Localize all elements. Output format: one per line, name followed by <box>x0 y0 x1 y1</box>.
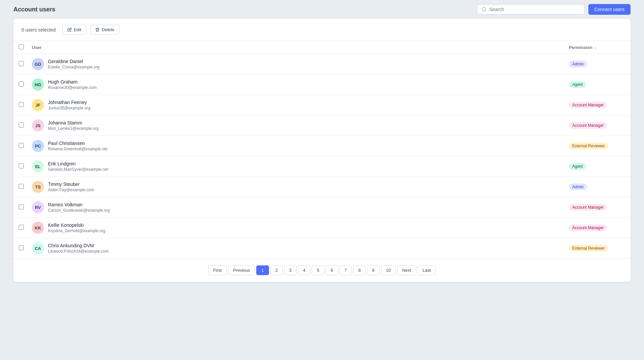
user-email: Junius35@example.org <box>48 106 558 110</box>
last-page-button[interactable]: Last <box>418 265 436 275</box>
user-name: Johanna Stamm <box>48 120 558 125</box>
table-row: TS Timmy Steuber Aiden.Fay@example.com A… <box>13 177 631 197</box>
page-title: Account users <box>13 6 55 13</box>
sort-icon: ↓ <box>594 45 596 50</box>
search-input[interactable] <box>489 7 580 12</box>
table-row: JS Johanna Stamm Murl_Lemke1@example.org… <box>13 115 631 136</box>
top-bar: Account users Connect users <box>0 0 644 19</box>
table-row: PC Paul Christiansen Rowena.Greenholt@ex… <box>13 136 631 156</box>
page-number-button[interactable]: 5 <box>312 265 324 275</box>
avatar: CA <box>32 242 44 254</box>
page-number-button[interactable]: 6 <box>326 265 338 275</box>
user-name: Johnathan Feeney <box>48 100 558 105</box>
avatar: EL <box>32 160 44 172</box>
permission-badge: Account Manager <box>569 204 607 211</box>
user-email: Aiden.Fay@example.com <box>48 188 558 192</box>
edit-button[interactable]: Edit <box>62 25 86 35</box>
user-name: Erik Lindgren <box>48 161 558 166</box>
first-page-button[interactable]: First <box>208 265 227 275</box>
search-icon <box>481 7 487 12</box>
selected-count: 0 users selected <box>21 27 56 33</box>
row-checkbox[interactable] <box>19 122 24 127</box>
row-checkbox[interactable] <box>19 163 24 168</box>
avatar: RV <box>32 201 44 213</box>
user-name: Geraldine Daniel <box>48 59 558 64</box>
search-box <box>477 4 584 14</box>
user-name: Chris Ankunding DVM <box>48 243 558 248</box>
table-row: EL Erik Lindgren Genesis.MacGyver@exampl… <box>13 156 631 177</box>
page-number-button[interactable]: 9 <box>367 265 379 275</box>
table-row: RV Ramiro Volkman Carson_Gusikowski@exam… <box>13 197 631 218</box>
user-email: Estelle_Crona@example.org <box>48 65 558 69</box>
page-number-button[interactable]: 7 <box>339 265 352 275</box>
row-checkbox[interactable] <box>19 102 24 107</box>
previous-page-button[interactable]: Previous <box>228 265 255 275</box>
avatar: HG <box>32 79 44 91</box>
permission-badge: Account Manager <box>569 122 607 129</box>
permission-badge: Agent <box>569 163 586 170</box>
connect-users-button[interactable]: Connect users <box>588 4 631 15</box>
trash-icon <box>95 28 100 32</box>
avatar: GD <box>32 58 44 70</box>
table-row: GD Geraldine Daniel Estelle_Crona@exampl… <box>13 54 631 74</box>
row-checkbox[interactable] <box>19 61 24 66</box>
permission-badge: External Reviewer <box>569 143 608 149</box>
user-name: Paul Christiansen <box>48 141 558 146</box>
page-number-button[interactable]: 10 <box>381 265 396 275</box>
page-number-button[interactable]: 8 <box>353 265 366 275</box>
permission-badge: Account Manager <box>569 224 607 231</box>
row-checkbox[interactable] <box>19 184 24 189</box>
page-number-button[interactable]: 2 <box>270 265 283 275</box>
users-table: User Permission ↓ GD Geraldine Daniel Es… <box>13 41 631 258</box>
user-name: Ramiro Volkman <box>48 202 558 207</box>
table-row: CA Chris Ankunding DVM Linwood.Fritsch34… <box>13 238 631 259</box>
row-checkbox[interactable] <box>19 143 24 148</box>
avatar: JF <box>32 99 44 111</box>
table-row: JF Johnathan Feeney Junius35@example.org… <box>13 95 631 115</box>
permission-badge: Account Manager <box>569 102 607 108</box>
pagination: First Previous 12345678910 Next Last <box>13 258 631 282</box>
edit-icon <box>67 28 72 32</box>
user-email: Linwood.Fritsch34@example.com <box>48 249 558 254</box>
user-email: Genesis.MacGyver@example.net <box>48 167 558 172</box>
col-user: User <box>32 45 42 50</box>
user-name: Kellie Konopelski <box>48 222 558 228</box>
top-bar-right: Connect users <box>477 4 631 15</box>
user-email: Krystina_Gerhold@example.org <box>48 228 558 233</box>
row-checkbox[interactable] <box>19 245 24 250</box>
avatar: KK <box>32 222 44 234</box>
delete-button[interactable]: Delete <box>90 25 119 35</box>
permission-badge: Agent <box>569 81 586 88</box>
user-name: Timmy Steuber <box>48 182 558 187</box>
page-number-button[interactable]: 1 <box>256 265 269 275</box>
toolbar: 0 users selected Edit Delete <box>13 19 631 41</box>
next-page-button[interactable]: Next <box>397 265 416 275</box>
svg-line-1 <box>485 10 486 11</box>
row-checkbox[interactable] <box>19 225 24 230</box>
table-row: KK Kellie Konopelski Krystina_Gerhold@ex… <box>13 218 631 238</box>
select-all-checkbox[interactable] <box>19 44 24 49</box>
permission-badge: Admin <box>569 184 587 190</box>
avatar: JS <box>32 119 44 132</box>
user-email: Carson_Gusikowski@example.org <box>48 208 558 213</box>
user-email: Roxanne30@example.com <box>48 85 558 90</box>
user-name: Hugh Graham <box>48 79 558 85</box>
table-row: HG Hugh Graham Roxanne30@example.com Age… <box>13 74 631 95</box>
main-card: 0 users selected Edit Delete User Permis… <box>13 19 631 282</box>
permission-badge: Admin <box>569 61 587 67</box>
user-email: Murl_Lemke1@example.org <box>48 126 558 131</box>
col-permission: Permission <box>569 45 592 50</box>
user-email: Rowena.Greenholt@example.net <box>48 147 558 151</box>
avatar: PC <box>32 140 44 152</box>
permission-badge: External Reviewer <box>569 245 608 252</box>
row-checkbox[interactable] <box>19 204 24 209</box>
avatar: TS <box>32 181 44 193</box>
page-number-button[interactable]: 4 <box>298 265 310 275</box>
row-checkbox[interactable] <box>19 82 24 87</box>
page-number-button[interactable]: 3 <box>284 265 297 275</box>
